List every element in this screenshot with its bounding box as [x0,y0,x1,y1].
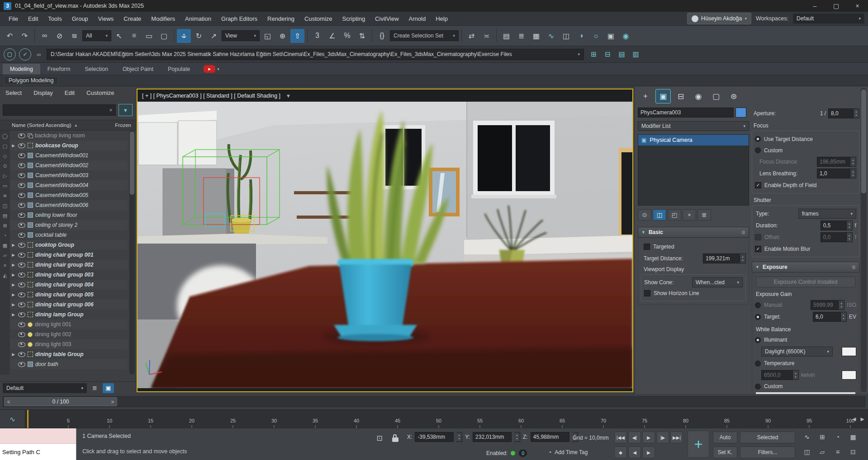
listener-toggle-icon[interactable]: ≡ [833,447,842,456]
scene-object-row[interactable]: ▶dining chair group 001 [10,250,128,260]
scene-object-row[interactable]: CasementWindow002 [10,160,128,170]
track-bar[interactable]: ∿ ◀ ▶ 5101520253035404550556065707580859… [0,409,868,428]
menu-customize[interactable]: Customize [299,12,337,25]
time-tag[interactable]: ◔ Add Time Tag [548,449,588,455]
modifier-stack[interactable]: ▣ Physical Camera [638,134,749,206]
scene-object-row[interactable]: CasementWindow005 [10,190,128,200]
select-and-place-icon[interactable]: ⇧ [290,29,304,43]
media-dropdown-button[interactable]: ▾ [204,65,219,73]
modifier-list-dropdown[interactable]: Modifier List [638,121,749,131]
viewport-label-text[interactable]: [ + ] [ PhysCamera003 ] [ Standard ] [ D… [142,93,280,99]
go-to-start-button[interactable]: |◀◀ [614,432,627,443]
rollout-menu-icon[interactable]: ≣ [741,230,745,235]
display-selection-sets-icon[interactable]: ◭ [1,272,9,279]
x-coordinate-field[interactable]: -39,538mm [415,432,454,442]
mini-curve-toggle-icon[interactable]: ∿ [802,432,811,441]
next-frame-arrow[interactable]: > [109,399,117,404]
ribbon-tab-object-paint[interactable]: Object Paint [115,64,161,75]
explorer-menu-customize[interactable]: Customize [86,89,114,96]
toggle-ribbon-icon[interactable]: ▦ [529,29,543,43]
next-key-button[interactable]: ▶ [642,446,655,458]
ribbon-tab-modeling[interactable]: Modeling [3,64,40,75]
scene-object-row[interactable]: CasementWindow006 [10,200,128,210]
bind-to-space-warp-icon[interactable]: ≋ [67,29,81,43]
visibility-eye-icon[interactable] [18,193,25,198]
transform-gizmo-icon[interactable]: ⊡ [849,447,858,456]
toggle-layer-explorer-icon[interactable]: ≣ [514,29,528,43]
display-containers-icon[interactable]: ◔ [1,232,9,239]
visibility-eye-icon[interactable] [18,302,25,307]
lens-breathing-spinner[interactable]: ▲▼ [850,169,856,178]
display-groups-icon[interactable]: ◫ [1,202,9,209]
rollout-menu-icon[interactable]: ≣ [852,264,856,270]
visibility-eye-icon[interactable] [18,173,25,178]
target-ev-field[interactable]: 6,0 [813,312,841,322]
refresh-path-icon[interactable]: ▥ [629,48,642,61]
time-slider-track[interactable]: < 0 / 100 > [3,396,865,407]
auto-key-button[interactable]: Auto [713,432,737,443]
display-all-icon[interactable]: ◯ [1,132,9,140]
scene-object-row[interactable]: ▶dining chair group 002 [10,260,128,270]
scene-object-row[interactable]: CasementWindow001 [10,150,128,160]
illuminant-radio[interactable] [755,337,761,343]
expand-arrow-icon[interactable]: ▶ [11,243,16,247]
dope-sheet-icon[interactable]: ◫ [802,447,811,456]
scene-object-row[interactable]: ▶cooktop Group [10,240,128,250]
ribbon-tab-selection[interactable]: Selection [77,64,115,75]
visibility-eye-icon[interactable] [18,213,25,218]
display-bones-icon[interactable]: ⊞ [1,222,9,229]
blue-pot[interactable] [334,259,417,341]
menu-tools[interactable]: Tools [43,12,66,25]
enable-motion-blur-checkbox[interactable] [755,246,761,252]
percent-snap-icon[interactable]: % [340,29,354,43]
duration-spinner[interactable]: ▲▼ [847,221,853,230]
visibility-eye-icon[interactable] [18,312,25,317]
named-selection-set-combo[interactable]: Create Selection Set▾ [390,30,459,41]
material-editor-icon[interactable]: ◑ [574,29,588,43]
project-path-dropdown[interactable]: D:\Serdar Hakan AKADEMİ\Eğitim Setleri\3… [47,49,584,60]
user-account-button[interactable]: Hüseyin Akdoğa ▾ [687,13,751,24]
select-and-manipulate-icon[interactable]: ⊕ [275,29,289,43]
display-cameras-icon[interactable]: ▷ [1,172,9,179]
visibility-eye-icon[interactable] [18,362,25,367]
spinner-snap-icon[interactable]: ⇅ [355,29,369,43]
select-by-name-icon[interactable]: ≡ [127,29,141,43]
reference-coordinate-system-dropdown[interactable]: View▾ [222,30,260,41]
show-end-result-icon[interactable]: ◫ [653,209,666,221]
stack-item-physical-camera[interactable]: ▣ Physical Camera [638,135,749,146]
display-geometry-icon[interactable]: ▢ [1,142,9,150]
select-and-rotate-icon[interactable]: ↻ [192,29,206,43]
menu-scripting[interactable]: Scripting [337,12,370,25]
playhead-marker[interactable] [27,410,28,428]
select-and-link-icon[interactable]: ∞ [38,29,52,43]
menu-graph-editors[interactable]: Graph Editors [216,12,262,25]
next-frame-button[interactable]: |▶ [656,432,669,443]
menu-edit[interactable]: Edit [23,12,43,25]
menu-arnold[interactable]: Arnold [404,12,431,25]
pin-stack-icon[interactable]: ⊙ [638,209,651,221]
offset-checkbox[interactable] [755,234,761,240]
visibility-eye-icon[interactable] [18,133,25,138]
configure-modifier-sets-icon[interactable]: ≣ [697,209,711,221]
shutter-type-dropdown[interactable]: frames [798,209,856,219]
explorer-column-header[interactable]: Name (Sorted Ascending) ▲ Frozen [0,120,137,131]
trackbar-pan-right-icon[interactable]: ▶ [861,416,864,422]
enable-dof-checkbox[interactable] [755,182,761,188]
illuminant-color-swatch[interactable] [842,347,856,356]
right-window[interactable] [471,121,556,198]
expand-arrow-icon[interactable]: ▶ [11,313,16,317]
display-helpers-icon[interactable]: ▭ [1,182,9,189]
display-mode-icon[interactable]: ▣ [103,383,114,393]
motion-tab[interactable]: ◉ [691,89,706,103]
explorer-menu-select[interactable]: Select [5,89,22,96]
visibility-eye-icon[interactable] [18,243,25,248]
y-coordinate-field[interactable]: 232,013mm [473,432,512,442]
visibility-eye-icon[interactable] [18,183,25,188]
visibility-eye-icon[interactable] [18,342,25,347]
autoback-ok-icon[interactable]: ✓ [19,48,31,61]
workspace-dropdown[interactable]: Default [793,14,864,23]
undo-icon[interactable]: ↶ [3,29,17,43]
menu-modifiers[interactable]: Modifiers [146,12,180,25]
scene-object-row[interactable]: ▶dining table Group [10,349,128,359]
z-coordinate-field[interactable]: 45,988mm [531,432,569,442]
